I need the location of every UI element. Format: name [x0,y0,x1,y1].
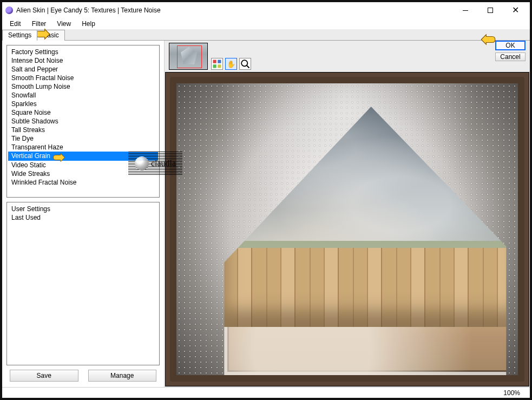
list-item[interactable]: Transparent Haze [8,143,158,152]
watermark-text: claudia [151,159,176,168]
ok-button[interactable]: OK [495,41,526,50]
preview-header: ✋ OK Cancel [165,41,530,70]
menu-help[interactable]: Help [76,19,101,29]
svg-point-4 [241,60,247,66]
dialog-buttons: OK Cancel [495,41,526,61]
list-item[interactable]: Last Used [8,213,158,222]
list-item[interactable]: User Settings [8,205,158,213]
list-item[interactable]: Snowfall [8,91,158,100]
zoom-level: 100% [503,389,520,397]
zoom-tool[interactable] [239,58,251,70]
close-button[interactable]: ✕ [503,2,528,18]
preview-tools: ✋ [211,58,251,70]
preview-canvas[interactable] [165,72,529,386]
pan-tool[interactable]: ✋ [225,58,237,70]
user-presets-list[interactable]: User SettingsLast Used [6,202,160,365]
color-picker-tool[interactable] [211,58,223,70]
cancel-button[interactable]: Cancel [495,53,526,61]
plugin-window: Alien Skin | Eye Candy 5: Textures | Tex… [0,0,532,400]
svg-rect-0 [213,60,216,63]
list-item[interactable]: Subtle Shadows [8,117,158,126]
settings-panel: Factory SettingsIntense Dot NoiseSalt an… [2,41,165,387]
window-title: Alien Skin | Eye Candy 5: Textures | Tex… [16,6,161,14]
magnifier-icon [240,58,251,69]
main-area: Factory SettingsIntense Dot NoiseSalt an… [2,40,530,387]
gem-icon [135,156,149,171]
svg-rect-2 [213,64,216,68]
list-item[interactable]: Factory Settings [8,48,158,56]
list-item[interactable]: Salt and Pepper [8,65,158,74]
svg-rect-3 [218,64,221,68]
list-item[interactable]: Tie Dye [8,134,158,143]
preset-buttons: Save Manage [6,370,160,383]
preview-column: ✋ OK Cancel [165,41,530,387]
list-item[interactable]: Wrinkled Fractal Noise [8,178,158,187]
save-button[interactable]: Save [10,370,78,382]
diamond-icon [179,47,199,66]
list-item[interactable]: Intense Dot Noise [8,56,158,65]
hand-icon: ✋ [227,60,235,68]
menu-filter[interactable]: Filter [27,19,52,29]
list-item[interactable]: Sparkles [8,100,158,108]
list-item[interactable]: Square Noise [8,108,158,117]
app-icon [5,6,13,14]
maximize-button[interactable] [478,2,503,18]
close-icon: ✕ [512,6,519,15]
list-item[interactable]: Tall Streaks [8,126,158,134]
statusbar: 100% [2,387,530,398]
navigator-thumbnail[interactable] [169,43,208,70]
menu-view[interactable]: View [51,19,76,29]
maximize-icon [488,8,493,13]
pointer-annotation-icon [52,153,65,160]
manage-button[interactable]: Manage [88,370,157,382]
tab-settings[interactable]: Settings [2,30,37,41]
svg-rect-1 [218,60,221,63]
tab-strip: Settings Basic [2,29,530,40]
tab-basic[interactable]: Basic [37,30,64,41]
minimize-icon [463,10,468,11]
svg-line-5 [247,65,249,68]
menu-edit[interactable]: Edit [4,19,27,29]
list-item[interactable]: Smooth Lump Noise [8,82,158,91]
watermark: claudia [128,152,182,175]
palette-icon [212,58,222,69]
preview-texture [170,77,524,382]
titlebar: Alien Skin | Eye Candy 5: Textures | Tex… [2,2,530,18]
menubar: Edit Filter View Help [2,18,530,29]
minimize-button[interactable] [453,2,478,18]
list-item[interactable]: Smooth Fractal Noise [8,74,158,82]
